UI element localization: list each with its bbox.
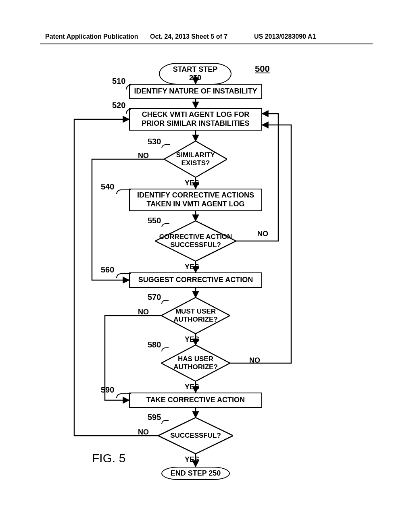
decision-595: SUCCESSFUL? [158,418,233,454]
refline-530 [161,144,170,148]
ref-590: 590 [101,385,114,395]
label-580-yes: YES [185,383,199,391]
label-570-no: NO [138,308,149,316]
refline-560 [116,273,131,278]
header-rule [40,44,373,44]
refline-520 [126,109,131,114]
label-550-no: NO [257,230,268,238]
ref-540: 540 [101,182,114,191]
refline-570 [161,300,169,304]
ref-580: 580 [148,340,161,349]
decision-580: HAS USER AUTHORIZE? [161,345,230,381]
decision-570: MUST USER AUTHORIZE? [161,297,230,334]
header-center: Oct. 24, 2013 Sheet 5 of 7 [150,33,227,40]
ref-520: 520 [112,101,125,110]
figure-label: FIG. 5 [92,451,125,465]
refline-580 [161,347,169,351]
end-terminator: END STEP 250 [161,467,230,480]
refline-510 [126,85,131,89]
label-530-yes: YES [185,179,199,187]
label-530-no: NO [138,152,149,160]
process-520: CHECK VMTI AGENT LOG FOR PRIOR SIMILAR I… [129,108,262,131]
process-510: IDENTIFY NATURE OF INSTABILITY [129,84,262,99]
flowchart: 500 START STEP 250 IDENTIFY NATURE OF IN… [48,60,365,496]
process-540: IDENTIFY CORRECTIVE ACTIONS TAKEN IN VMT… [129,189,262,211]
ref-550: 550 [148,216,161,225]
decision-530: SIMILARITY EXISTS? [164,141,227,177]
ref-595: 595 [148,413,161,422]
label-550-yes: YES [185,263,199,271]
label-570-yes: YES [185,335,199,344]
process-560: SUGGEST CORRECTIVE ACTION [129,272,262,288]
refline-590 [116,393,131,398]
label-595-no: NO [138,428,149,436]
refline-595 [161,420,169,424]
refline-550 [161,223,169,227]
process-590: TAKE CORRECTIVE ACTION [129,393,262,408]
header-right: US 2013/0283090 A1 [254,33,316,40]
label-595-yes: YES [185,455,199,464]
start-terminator: START STEP 250 [159,63,232,85]
refline-540 [116,189,131,194]
header-left: Patent Application Publication [45,33,138,40]
ref-570: 570 [148,293,161,302]
ref-530: 530 [148,137,161,146]
ref-560: 560 [101,265,114,274]
diagram-number: 500 [255,64,270,74]
ref-510: 510 [112,77,125,86]
label-580-no: NO [249,356,260,365]
page: Patent Application Publication Oct. 24, … [0,0,413,532]
